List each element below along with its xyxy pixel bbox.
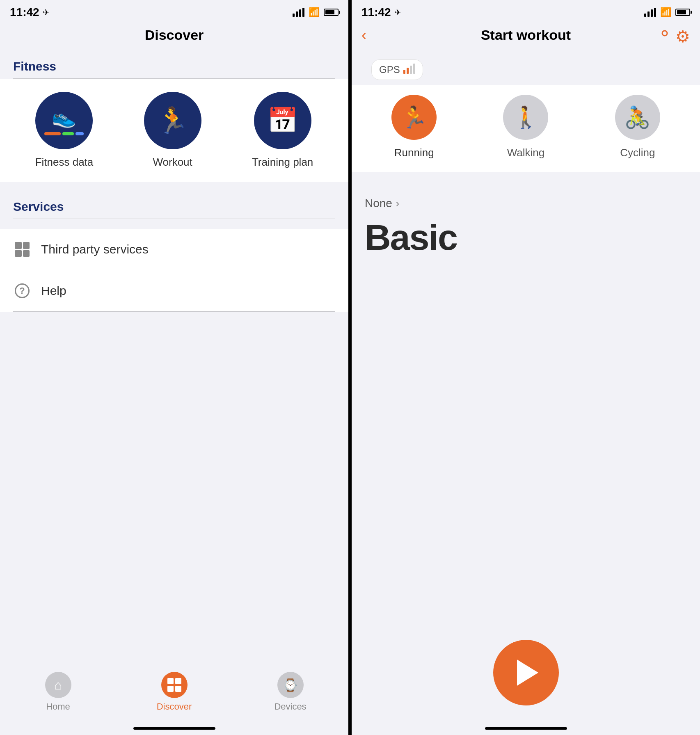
- settings-button[interactable]: ⚙: [656, 24, 690, 46]
- right-location-arrow-icon: ✈: [394, 7, 401, 17]
- devices-icon: ⌚: [283, 678, 298, 692]
- devices-tab-icon-wrap: ⌚: [277, 672, 304, 698]
- tab-devices[interactable]: ⌚ Devices: [232, 672, 348, 712]
- gps-indicator: GPS: [371, 59, 423, 80]
- third-party-label: Third party services: [41, 242, 149, 256]
- gps-container: GPS: [352, 50, 700, 85]
- help-icon: ?: [13, 282, 31, 300]
- cycling-icon: 🚴: [624, 105, 651, 130]
- walking-circle: 🚶: [503, 95, 548, 140]
- training-plan-label: Training plan: [252, 156, 313, 169]
- training-circle: 📅: [254, 92, 311, 149]
- location-arrow-icon: ✈: [43, 7, 50, 17]
- play-icon: [517, 660, 538, 686]
- third-party-icon: [13, 240, 31, 258]
- home-icon: ⌂: [54, 678, 62, 693]
- right-time-text: 11:42: [361, 6, 391, 19]
- third-party-item[interactable]: Third party services: [0, 229, 348, 270]
- workout-detail: None › Basic: [352, 172, 700, 615]
- right-screen: 11:42 ✈ 📶 ‹ Start workout ⚙: [352, 0, 700, 735]
- right-time: 11:42 ✈: [361, 6, 401, 19]
- gear-unicode: ⚙: [675, 27, 690, 46]
- gps-label: GPS: [379, 64, 400, 75]
- discover-icon: [167, 678, 181, 692]
- services-divider: [13, 219, 335, 219]
- gear-icon: [656, 24, 674, 42]
- right-status-bar: 11:42 ✈ 📶: [352, 0, 700, 22]
- gap1: [0, 182, 348, 190]
- running-icon: 🏃: [401, 105, 428, 130]
- home-tab-label: Home: [46, 701, 70, 712]
- walking-label: Walking: [507, 146, 545, 159]
- right-home-indicator: [352, 722, 700, 735]
- home-tab-icon-wrap: ⌂: [45, 672, 71, 698]
- fitness-data-icon: 👟: [44, 106, 84, 135]
- chevron-right-icon: ›: [396, 197, 399, 210]
- workout-type-walking[interactable]: 🚶 Walking: [470, 95, 581, 159]
- tab-discover[interactable]: Discover: [116, 672, 232, 712]
- start-button[interactable]: [493, 640, 559, 705]
- signal-icon: [293, 8, 304, 17]
- running-circle: 🏃: [391, 95, 437, 140]
- services-list: Third party services ? Help: [0, 229, 348, 312]
- right-nav-header: ‹ Start workout ⚙: [352, 22, 700, 50]
- help-item[interactable]: ? Help: [0, 270, 348, 311]
- workout-icon: 🏃: [157, 108, 188, 133]
- cycling-circle: 🚴: [615, 95, 660, 140]
- devices-tab-label: Devices: [274, 701, 306, 712]
- fitness-grid: 👟 Fitness data 🏃 Workout: [0, 79, 348, 182]
- right-signal-icon: [644, 8, 656, 17]
- phone-divider: [348, 0, 352, 735]
- workout-types: 🏃 Running 🚶 Walking 🚴 Cycling: [352, 85, 700, 172]
- workout-mode-label: Basic: [365, 217, 687, 258]
- workout-label: Workout: [153, 156, 192, 169]
- workout-item[interactable]: 🏃 Workout: [144, 92, 201, 169]
- services-section-header: Services: [0, 190, 348, 219]
- training-icon: 📅: [267, 108, 298, 133]
- training-plan-item[interactable]: 📅 Training plan: [252, 92, 313, 169]
- discover-tab-label: Discover: [157, 701, 192, 712]
- left-time: 11:42 ✈: [10, 6, 50, 19]
- start-workout-title: Start workout: [481, 27, 571, 43]
- left-screen-content: Fitness 👟 Fitness data: [0, 50, 348, 665]
- tab-home[interactable]: ⌂ Home: [0, 672, 116, 712]
- workout-type-cycling[interactable]: 🚴 Cycling: [582, 95, 693, 159]
- route-selector[interactable]: None ›: [365, 197, 687, 210]
- fitness-section-header: Fitness: [0, 50, 348, 78]
- fitness-data-item[interactable]: 👟 Fitness data: [35, 92, 94, 169]
- start-button-wrap: [352, 615, 700, 722]
- workout-type-running[interactable]: 🏃 Running: [358, 95, 470, 159]
- tab-bar: ⌂ Home Discover ⌚ Devices: [0, 665, 348, 722]
- right-content: GPS 🏃 Running 🚶 Wa: [352, 50, 700, 722]
- workout-circle: 🏃: [144, 92, 201, 149]
- running-label: Running: [394, 146, 434, 159]
- left-status-bar: 11:42 ✈ 📶: [0, 0, 348, 22]
- gps-signal-icon: [403, 66, 415, 74]
- page-title: Discover: [145, 27, 204, 43]
- left-home-indicator: [0, 722, 348, 735]
- battery-icon: [324, 9, 339, 16]
- left-status-icons: 📶: [293, 7, 339, 18]
- discover-tab-icon-wrap: [161, 672, 188, 698]
- help-label: Help: [41, 284, 66, 298]
- right-status-icons: 📶: [644, 7, 690, 18]
- fitness-data-circle: 👟: [35, 92, 93, 149]
- right-battery-icon: [675, 9, 690, 16]
- walking-icon: 🚶: [512, 105, 539, 130]
- wifi-icon: 📶: [309, 7, 320, 18]
- back-button[interactable]: ‹: [361, 27, 366, 44]
- fitness-data-label: Fitness data: [35, 156, 94, 169]
- left-screen: 11:42 ✈ 📶 Discover Fitness: [0, 0, 348, 735]
- route-label: None: [365, 197, 392, 210]
- left-nav-header: Discover: [0, 22, 348, 50]
- right-wifi-icon: 📶: [660, 7, 671, 18]
- cycling-label: Cycling: [620, 146, 655, 159]
- time-text: 11:42: [10, 6, 39, 19]
- service-divider-2: [13, 311, 335, 312]
